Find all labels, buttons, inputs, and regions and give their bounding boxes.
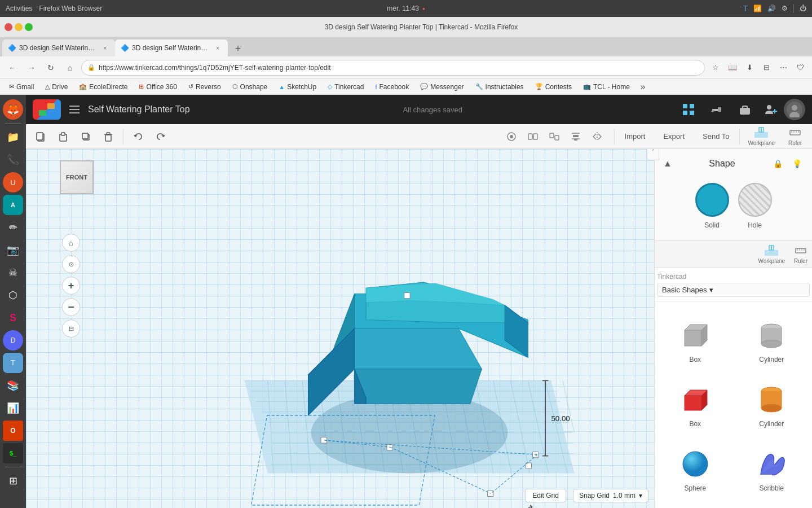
dock-terminal-icon[interactable]: $_ — [3, 443, 23, 463]
tinkercad-logo[interactable] — [33, 99, 61, 120]
dock-teams-icon[interactable]: T — [3, 353, 23, 373]
dock-inkscape-icon[interactable]: ✏ — [3, 217, 23, 238]
dock-discord-icon[interactable]: D — [3, 330, 23, 351]
collapse-panel-button[interactable]: › — [647, 149, 659, 160]
shape-item-scribble[interactable]: Scribble — [736, 440, 808, 500]
shape-lock-button[interactable]: 🔒 — [770, 156, 786, 172]
forward-button[interactable]: → — [24, 60, 39, 76]
shape-panel-collapse-arrow[interactable]: ▲ — [661, 157, 674, 170]
shape-item-cylinder-orange[interactable]: Cylinder — [736, 375, 808, 435]
quick-workplane-button[interactable]: Workplane — [758, 244, 785, 264]
ungroup-tool-button[interactable] — [544, 126, 564, 147]
bookmark-star-icon[interactable]: ☆ — [708, 60, 723, 75]
bookmark-reverso[interactable]: ↺ Reverso — [184, 81, 226, 93]
bookmark-tinkercad[interactable]: ◇ Tinkercad — [323, 81, 368, 93]
quick-ruler-button[interactable]: Ruler — [794, 244, 807, 264]
window-close-button[interactable] — [5, 23, 12, 31]
bookmark-sketchup[interactable]: ▲ SketchUp — [274, 81, 321, 93]
3d-viewport[interactable]: FRONT ⌂ ⊙ + − ⊟ — [26, 149, 654, 508]
dock-ubuntu-icon[interactable]: U — [3, 172, 23, 192]
dock-3d-icon[interactable]: ⬡ — [3, 285, 23, 305]
import-button[interactable]: Import — [617, 126, 654, 147]
edit-grid-button[interactable]: Edit Grid — [525, 489, 566, 502]
url-bar[interactable]: 🔒 https://www.tinkercad.com/things/1q7D5… — [81, 60, 705, 76]
dock-pirate-icon[interactable]: ☠ — [3, 262, 23, 283]
paste-button[interactable] — [53, 126, 73, 147]
bookmark-gmail[interactable]: ✉ Gmail — [5, 81, 38, 93]
shape-item-cylinder-grey[interactable]: Cylinder — [736, 311, 808, 371]
bookmark-contests[interactable]: 🏆 Contests — [531, 81, 576, 93]
dock-apps-grid-icon[interactable]: ⊞ — [3, 471, 23, 491]
svg-rect-32 — [550, 133, 554, 138]
tab-2[interactable]: 🔷 3D design Self Watering... × — [115, 40, 228, 56]
bookmark-drive[interactable]: △ Drive — [41, 81, 72, 93]
snap-grid-dropdown-icon[interactable]: ▾ — [639, 492, 642, 500]
shape-panel-icons: 🔒 💡 — [770, 156, 805, 172]
bookmark-facebook[interactable]: f Facebook — [370, 81, 413, 93]
grid-view-button[interactable] — [676, 99, 701, 120]
dock-slack-icon[interactable]: S — [3, 308, 23, 328]
reload-button[interactable]: ↻ — [43, 60, 59, 76]
bookmark-ecoledirecte[interactable]: 🏫 EcoleDirecte — [74, 81, 132, 93]
tc-menu-button[interactable] — [65, 100, 83, 119]
dock-files-icon[interactable]: 📁 — [3, 127, 23, 147]
gallery-button[interactable] — [732, 99, 758, 120]
bookmark-office360[interactable]: ⊞ Office 360 — [134, 81, 181, 93]
dock-presentation-icon[interactable]: 📊 — [3, 398, 23, 418]
tab-1[interactable]: 🔷 3D design Self Watering... × — [2, 40, 115, 56]
magic-tool-button[interactable] — [501, 126, 522, 147]
dock-camera-icon[interactable]: 📷 — [3, 240, 23, 260]
quick-ruler-icon — [795, 244, 807, 257]
reading-mode-icon[interactable]: 📖 — [725, 60, 740, 75]
window-minimize-button[interactable] — [15, 23, 23, 31]
group-tool-button[interactable] — [523, 126, 543, 147]
dock-office-icon[interactable]: O — [3, 421, 23, 441]
align-tool-button[interactable] — [566, 126, 586, 147]
dock-ebook-icon[interactable]: 📚 — [3, 375, 23, 396]
duplicate-button[interactable] — [76, 126, 96, 147]
settings-icon[interactable]: ⚙ — [782, 5, 788, 12]
dock-phone-icon[interactable]: 📞 — [3, 150, 23, 170]
new-tab-button[interactable]: + — [230, 41, 246, 56]
tc-toolbar-actions — [676, 99, 805, 120]
solid-option[interactable]: Solid — [695, 183, 729, 229]
ruler-button[interactable]: Ruler — [783, 124, 807, 148]
copy-button[interactable] — [30, 126, 51, 147]
workplane-button[interactable]: Workplane — [742, 124, 780, 148]
undo-button[interactable] — [128, 126, 148, 147]
send-to-button[interactable]: Send To — [695, 126, 737, 147]
shape-help-button[interactable]: 💡 — [789, 156, 805, 172]
delete-button[interactable] — [98, 126, 118, 147]
dock-arduino-icon[interactable]: A — [3, 195, 23, 215]
dock-firefox-icon[interactable]: 🦊 — [3, 99, 23, 120]
shape-item-sphere-blue[interactable]: Sphere — [659, 440, 731, 500]
redo-button[interactable] — [151, 126, 171, 147]
pocket-icon[interactable]: ⬇ — [742, 60, 757, 75]
home-button[interactable]: ⌂ — [62, 60, 78, 76]
window-maximize-button[interactable] — [25, 23, 33, 31]
activities-label[interactable]: Activities — [6, 5, 32, 12]
bookmark-messenger[interactable]: 💬 Messenger — [416, 81, 468, 93]
add-user-button[interactable] — [760, 99, 782, 120]
bookmark-tcl-home[interactable]: 📺 TCL - Home — [579, 81, 634, 93]
bookmarks-more-button[interactable]: » — [637, 81, 649, 93]
shape-item-box-red[interactable]: Box — [659, 375, 731, 435]
browser-name-label: Firefox Web Browser — [39, 5, 102, 12]
tab-close-1[interactable]: × — [100, 43, 109, 52]
address-more-icon[interactable]: ⋯ — [776, 60, 791, 75]
bookmark-onshape[interactable]: ⬡ Onshape — [228, 81, 272, 93]
collections-icon[interactable]: ⊟ — [759, 60, 774, 75]
export-button[interactable]: Export — [655, 126, 692, 147]
mirror-tool-button[interactable] — [587, 126, 607, 147]
sketchup-icon: ▲ — [279, 84, 285, 90]
bookmark-instructables[interactable]: 🔧 Instructables — [471, 81, 528, 93]
tab-close-2[interactable]: × — [213, 43, 222, 52]
shape-item-box-grey[interactable]: Box — [659, 311, 731, 371]
back-button[interactable]: ← — [5, 60, 20, 76]
library-select[interactable]: Basic Shapes ▾ — [657, 283, 810, 297]
hole-option[interactable]: Hole — [738, 183, 772, 229]
paste-icon — [58, 132, 68, 142]
facebook-label: Facebook — [379, 83, 409, 91]
build-button[interactable] — [704, 99, 730, 120]
user-avatar[interactable] — [784, 99, 805, 120]
